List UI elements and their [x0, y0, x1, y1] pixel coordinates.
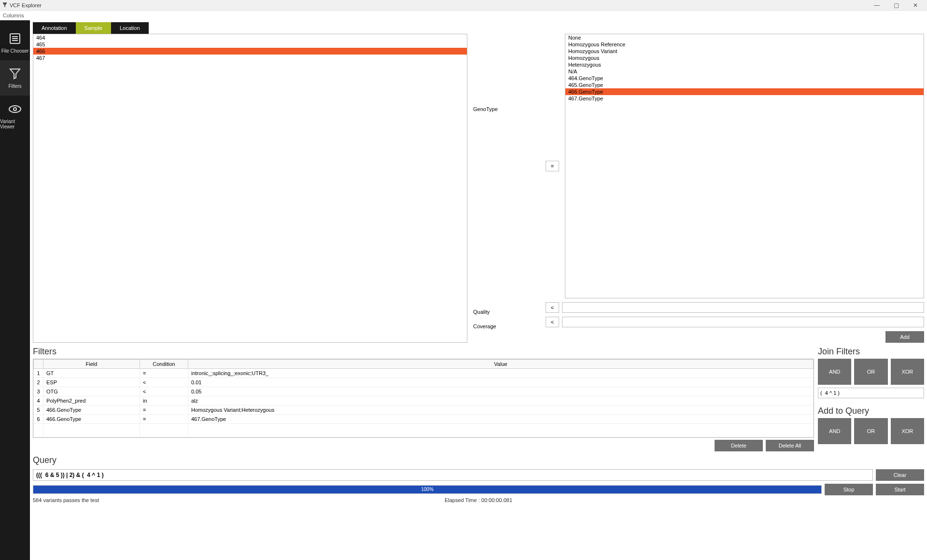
join-filters-title: Join Filters: [818, 347, 924, 357]
status-variants: 584 variants passes the test: [33, 497, 330, 503]
menubar: Columns: [0, 11, 927, 20]
maximize-button[interactable]: ▢: [886, 2, 906, 9]
close-button[interactable]: ✕: [906, 2, 925, 9]
query-input[interactable]: [33, 469, 873, 481]
col-field: Field: [43, 360, 140, 369]
genotype-value-item[interactable]: None: [565, 34, 924, 41]
tabs: Annotation Sample Location: [33, 22, 924, 34]
genotype-value-item[interactable]: 464.GenoType: [565, 75, 924, 82]
sidebar-label: Variant Viewer: [0, 119, 30, 129]
svg-point-5: [14, 108, 16, 111]
sidebar-item-filters[interactable]: Filters: [0, 60, 30, 96]
genotype-value-list[interactable]: NoneHomozygous ReferenceHomozygous Varia…: [565, 34, 924, 298]
sidebar-item-file-chooser[interactable]: File Chooser: [0, 25, 30, 60]
col-value: Value: [188, 360, 814, 369]
addq-or-button[interactable]: OR: [854, 418, 887, 444]
coverage-operator[interactable]: <: [546, 317, 559, 327]
sample-item[interactable]: 467: [33, 55, 467, 61]
svg-point-4: [9, 106, 21, 112]
tab-annotation[interactable]: Annotation: [33, 22, 76, 34]
minimize-button[interactable]: —: [867, 2, 886, 9]
filter-row[interactable]: 1GT=intronic_;splicing_;exonic;UTR3_: [34, 369, 814, 378]
coverage-input[interactable]: [562, 317, 924, 327]
filter-row[interactable]: 3OTG<0.05: [34, 387, 814, 396]
col-condition: Condition: [140, 360, 188, 369]
genotype-value-item[interactable]: Heterozygous: [565, 61, 924, 68]
join-or-button[interactable]: OR: [854, 359, 887, 385]
sidebar-label: File Chooser: [1, 48, 29, 54]
stop-button[interactable]: Stop: [825, 484, 873, 495]
eye-icon: [8, 102, 22, 117]
genotype-value-item[interactable]: Homozygous Variant: [565, 48, 924, 55]
filters-table: Field Condition Value 1GT=intronic_;spli…: [33, 359, 814, 438]
tab-location[interactable]: Location: [111, 22, 149, 34]
filter-row[interactable]: 2ESP<0.01: [34, 378, 814, 387]
window-title: VCF Explorer: [10, 2, 42, 8]
addq-and-button[interactable]: AND: [818, 418, 851, 444]
menu-columns[interactable]: Columns: [3, 13, 24, 18]
coverage-label: Coverage: [473, 323, 540, 329]
titlebar: VCF Explorer — ▢ ✕: [0, 0, 927, 11]
clear-button[interactable]: Clear: [876, 469, 924, 481]
sidebar: File Chooser Filters Variant Viewer: [0, 20, 30, 560]
genotype-operator[interactable]: =: [546, 161, 559, 171]
sidebar-label: Filters: [8, 84, 21, 89]
tab-sample[interactable]: Sample: [76, 22, 111, 34]
file-chooser-icon: [8, 32, 22, 46]
filter-row[interactable]: 4PolyPhen2_predinalz: [34, 396, 814, 406]
filters-title: Filters: [33, 347, 814, 357]
filter-row[interactable]: 5466.GenoType=Homozygous Variant;Heteroz…: [34, 406, 814, 415]
genotype-label: GenoType: [473, 106, 498, 112]
query-title: Query: [33, 455, 924, 465]
genotype-value-item[interactable]: Homozygous Reference: [565, 41, 924, 48]
filter-row-empty: [34, 424, 814, 437]
genotype-value-item[interactable]: 467.GenoType: [565, 95, 924, 102]
start-button[interactable]: Start: [876, 484, 924, 495]
sample-item[interactable]: 464: [33, 34, 467, 41]
sample-list[interactable]: 464465466467: [33, 34, 467, 343]
status-elapsed: Elapsed Time : 00:00:00.081: [330, 497, 627, 503]
sample-item[interactable]: 466: [33, 48, 467, 55]
genotype-value-item[interactable]: 466.GenoType: [565, 88, 924, 95]
sample-item[interactable]: 465: [33, 41, 467, 48]
join-xor-button[interactable]: XOR: [891, 359, 924, 385]
delete-all-button[interactable]: Delete All: [766, 440, 814, 451]
quality-input[interactable]: [562, 302, 924, 313]
genotype-value-item[interactable]: 465.GenoType: [565, 82, 924, 88]
filter-icon: [8, 67, 22, 82]
col-num: [34, 360, 43, 369]
delete-button[interactable]: Delete: [715, 440, 763, 451]
quality-operator[interactable]: <: [546, 302, 559, 313]
add-to-query-title: Add to Query: [818, 406, 924, 416]
add-button[interactable]: Add: [885, 331, 924, 343]
app-icon: [2, 2, 8, 9]
join-input[interactable]: [818, 388, 924, 398]
progress-bar: 100%: [33, 485, 822, 494]
filter-row[interactable]: 6466.GenoType=467.GenoType: [34, 415, 814, 424]
genotype-value-item[interactable]: Homozygous: [565, 55, 924, 61]
genotype-value-item[interactable]: N/A: [565, 68, 924, 75]
sidebar-item-variant-viewer[interactable]: Variant Viewer: [0, 96, 30, 136]
progress-fill: 100%: [33, 486, 821, 493]
quality-label: Quality: [473, 309, 540, 315]
join-and-button[interactable]: AND: [818, 359, 851, 385]
addq-xor-button[interactable]: XOR: [891, 418, 924, 444]
